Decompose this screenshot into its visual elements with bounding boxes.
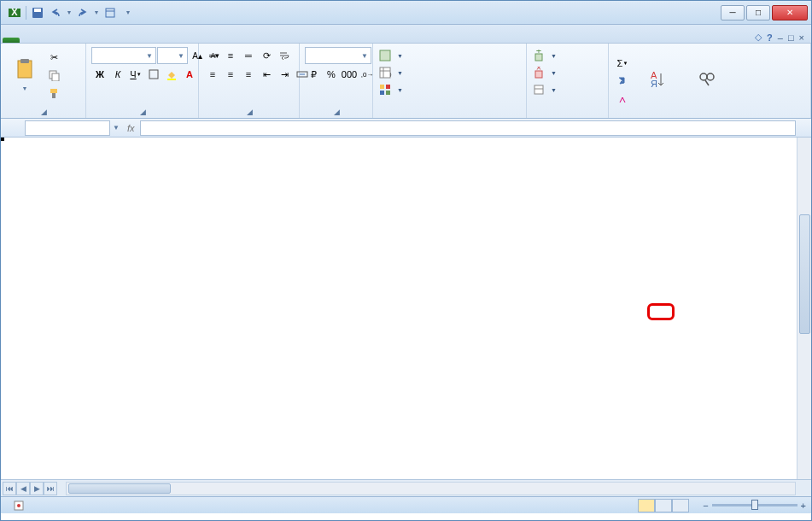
font-launcher-icon[interactable]: ◢ (140, 108, 146, 116)
help-icon[interactable]: ? (767, 32, 773, 43)
bold-button[interactable]: Ж (91, 66, 108, 83)
svg-rect-20 (380, 85, 384, 89)
minimize-button[interactable]: ─ (721, 5, 745, 20)
sheet-nav-first-icon[interactable]: ⏮ (3, 482, 16, 495)
view-normal-icon[interactable] (638, 499, 655, 512)
svg-rect-13 (167, 79, 176, 80)
align-launcher-icon[interactable]: ◢ (247, 108, 253, 116)
fill-color-icon[interactable] (163, 66, 180, 83)
cells-format-button[interactable]: ▼ (532, 81, 557, 98)
find-select-button[interactable] (684, 52, 732, 108)
file-tab[interactable] (3, 38, 20, 43)
svg-text:X: X (11, 7, 18, 17)
undo-icon[interactable] (47, 4, 64, 21)
align-right-icon[interactable]: ≡ (240, 66, 257, 83)
underline-button[interactable]: Ч▼ (127, 66, 144, 83)
zoom-slider[interactable] (712, 504, 797, 506)
sheet-nav-next-icon[interactable]: ▶ (30, 482, 44, 495)
zoom-out-icon[interactable]: − (703, 501, 708, 511)
formula-bar[interactable] (140, 120, 796, 136)
italic-button[interactable]: К (109, 66, 126, 83)
mdi-minimize-icon[interactable]: – (778, 32, 783, 43)
paste-button[interactable]: ▼ (6, 45, 44, 102)
font-color-icon[interactable]: А (181, 66, 198, 83)
sort-filter-button[interactable]: АЯ (633, 52, 682, 108)
align-bottom-icon[interactable]: ═ (240, 47, 257, 64)
align-center-icon[interactable]: ≡ (222, 66, 239, 83)
svg-rect-22 (380, 91, 384, 95)
svg-rect-7 (20, 59, 29, 63)
number-format-combo[interactable]: ▼ (305, 47, 371, 64)
vertical-scrollbar[interactable] (797, 138, 811, 479)
wrap-text-icon[interactable] (276, 47, 293, 64)
save-icon[interactable] (29, 4, 46, 21)
format-painter-icon[interactable] (45, 85, 62, 102)
indent-inc-icon[interactable]: ⇥ (276, 66, 293, 83)
zoom-in-icon[interactable]: + (801, 501, 806, 511)
currency-icon[interactable]: ₽ (305, 66, 322, 83)
align-top-icon[interactable]: ═ (204, 47, 221, 64)
clear-icon[interactable] (614, 91, 631, 108)
macro-record-icon[interactable] (13, 500, 25, 512)
svg-point-33 (707, 73, 714, 80)
svg-rect-9 (52, 73, 59, 81)
svg-text:Я: Я (651, 79, 657, 89)
svg-rect-28 (535, 85, 543, 94)
svg-rect-10 (50, 89, 57, 93)
svg-text:×: × (536, 67, 541, 73)
percent-icon[interactable]: % (323, 66, 340, 83)
svg-point-32 (700, 73, 707, 80)
view-layout-icon[interactable] (655, 499, 672, 512)
namebox-dropdown-icon[interactable]: ▼ (110, 124, 122, 132)
svg-rect-23 (386, 91, 390, 95)
spreadsheet-grid[interactable] (1, 138, 811, 479)
horizontal-scrollbar[interactable] (66, 482, 796, 495)
sheet-nav-prev-icon[interactable]: ◀ (16, 482, 30, 495)
ribbon-tabs: ◇ ? – □ × (1, 25, 811, 44)
excel-icon[interactable]: X (6, 4, 23, 21)
svg-line-34 (705, 80, 709, 85)
highlight-marker (647, 303, 675, 320)
autosum-icon[interactable]: Σ▼ (614, 55, 631, 72)
svg-rect-12 (149, 70, 158, 79)
font-size-combo[interactable]: ▼ (157, 47, 188, 64)
svg-rect-11 (52, 93, 55, 98)
qat-customize-icon[interactable]: ▼ (120, 4, 137, 21)
cut-icon[interactable]: ✂ (45, 49, 62, 66)
svg-text:+: + (536, 50, 541, 56)
font-name-combo[interactable]: ▼ (91, 47, 156, 64)
svg-rect-3 (34, 9, 41, 12)
clipboard-launcher-icon[interactable]: ◢ (41, 108, 47, 116)
sheet-nav-last-icon[interactable]: ⏭ (44, 482, 57, 495)
align-middle-icon[interactable]: ≡ (222, 47, 239, 64)
conditional-format-button[interactable]: ▼ (378, 47, 403, 64)
fx-icon[interactable]: fx (127, 123, 135, 133)
maximize-button[interactable]: □ (746, 5, 770, 20)
number-launcher-icon[interactable]: ◢ (334, 108, 340, 116)
minimize-ribbon-icon[interactable]: ◇ (755, 32, 762, 43)
svg-rect-4 (106, 9, 114, 17)
format-as-table-button[interactable]: ▼ (378, 64, 403, 81)
cells-delete-button[interactable]: ×▼ (532, 64, 557, 81)
fill-icon[interactable] (614, 73, 631, 90)
undo-dropdown-icon[interactable]: ▼ (65, 4, 73, 21)
qat-extra-icon[interactable] (102, 4, 119, 21)
align-left-icon[interactable]: ≡ (204, 66, 221, 83)
comma-icon[interactable]: 000 (341, 66, 358, 83)
copy-icon[interactable] (45, 67, 62, 84)
mdi-close-icon[interactable]: × (799, 32, 804, 43)
svg-point-36 (17, 504, 20, 507)
border-icon[interactable] (145, 66, 162, 83)
redo-icon[interactable] (74, 4, 91, 21)
redo-dropdown-icon[interactable]: ▼ (92, 4, 101, 21)
view-pagebreak-icon[interactable] (672, 499, 689, 512)
cells-insert-button[interactable]: +▼ (532, 47, 557, 64)
svg-rect-16 (380, 50, 390, 61)
cell-styles-button[interactable]: ▼ (378, 81, 403, 98)
name-box[interactable] (25, 120, 110, 136)
indent-dec-icon[interactable]: ⇤ (258, 66, 275, 83)
orientation-icon[interactable]: ⟳ (258, 47, 275, 64)
mdi-restore-icon[interactable]: □ (788, 32, 794, 43)
svg-rect-21 (386, 85, 390, 89)
close-button[interactable]: ✕ (772, 5, 808, 20)
